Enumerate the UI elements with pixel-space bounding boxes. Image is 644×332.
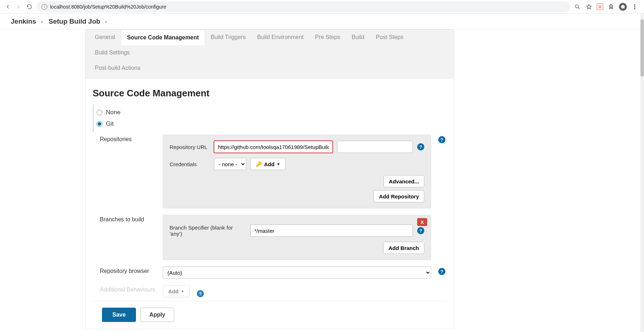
- star-icon[interactable]: [585, 3, 592, 10]
- help-icon[interactable]: ?: [438, 268, 445, 275]
- help-icon[interactable]: ?: [438, 136, 445, 143]
- add-behaviour-label: Add: [168, 288, 179, 294]
- add-behaviour-button[interactable]: Add ▼: [163, 285, 190, 297]
- radio-none[interactable]: [97, 110, 102, 115]
- tab-build[interactable]: Build: [346, 30, 370, 45]
- tab-general[interactable]: General: [89, 30, 121, 45]
- zoom-icon[interactable]: [574, 3, 581, 10]
- branches-panel: X Branch Specifier (blank for 'any') ? A…: [163, 215, 431, 260]
- tab-build-triggers[interactable]: Build Triggers: [205, 30, 252, 45]
- credentials-select[interactable]: - none -: [214, 158, 246, 170]
- add-repository-button[interactable]: Add Repository: [374, 190, 424, 202]
- tab-pre-steps[interactable]: Pre Steps: [309, 30, 346, 45]
- config-tabs: General Source Code Management Build Tri…: [86, 30, 454, 61]
- radio-none-label: None: [106, 109, 121, 116]
- advanced-button[interactable]: Advanced...: [384, 175, 424, 187]
- svg-point-1: [634, 4, 635, 5]
- page-scrollbar[interactable]: [640, 14, 644, 329]
- chevron-right-icon: ▸: [41, 19, 44, 24]
- address-bar[interactable]: i: [36, 1, 570, 12]
- credentials-label: Credentials: [170, 161, 210, 167]
- repositories-label: Repositories: [100, 135, 156, 143]
- tab-scm[interactable]: Source Code Management: [121, 30, 205, 45]
- breadcrumb-root[interactable]: Jenkins: [11, 18, 36, 25]
- extension-icon-1[interactable]: U: [597, 4, 603, 10]
- page-title: Source Code Management: [93, 88, 447, 99]
- repositories-panel: Repository URL ? Credentials - none - �: [163, 135, 431, 208]
- additional-behaviours-label: Additional Behaviours: [100, 285, 156, 293]
- radio-git-label: Git: [106, 120, 114, 127]
- url-input[interactable]: [50, 4, 565, 10]
- breadcrumb-job[interactable]: Setup Build Job: [49, 18, 101, 25]
- back-icon[interactable]: [4, 3, 11, 10]
- save-button[interactable]: Save: [102, 308, 136, 322]
- extensions-icon[interactable]: [608, 3, 615, 10]
- scm-option-git[interactable]: Git: [97, 118, 447, 130]
- repo-url-label: Repository URL: [170, 144, 210, 150]
- add-credentials-label: Add: [264, 161, 274, 167]
- repo-url-input[interactable]: [214, 141, 333, 153]
- add-branch-button[interactable]: Add Branch: [383, 242, 424, 254]
- branches-label: Branches to build: [100, 215, 156, 223]
- tab-build-environment[interactable]: Build Environment: [252, 30, 309, 45]
- reload-icon[interactable]: [26, 3, 33, 10]
- footer-actions: Save Apply: [93, 301, 447, 328]
- profile-avatar-icon[interactable]: [619, 3, 627, 11]
- svg-point-0: [575, 5, 579, 8]
- repo-browser-label: Repository browser: [100, 266, 156, 274]
- chevron-down-icon: ▼: [181, 289, 184, 293]
- repo-url-input-extra[interactable]: [337, 141, 413, 153]
- branch-specifier-input[interactable]: [250, 225, 413, 237]
- key-icon: 🔑: [256, 161, 262, 167]
- site-info-icon[interactable]: i: [42, 4, 47, 10]
- add-credentials-button[interactable]: 🔑 Add ▼: [250, 158, 286, 170]
- breadcrumb: Jenkins ▸ Setup Build Job ▸: [0, 14, 644, 29]
- help-icon[interactable]: ?: [197, 290, 204, 297]
- tab-post-steps[interactable]: Post Steps: [370, 30, 409, 45]
- chevron-down-icon: ▼: [277, 162, 280, 166]
- scrollbar-thumb[interactable]: [640, 19, 644, 77]
- kebab-menu-icon[interactable]: [631, 3, 638, 10]
- branch-specifier-label: Branch Specifier (blank for 'any'): [170, 225, 246, 237]
- tab-post-build-actions[interactable]: Post-build Actions: [89, 61, 146, 76]
- tab-build-settings[interactable]: Build Settings: [89, 45, 136, 61]
- svg-point-3: [634, 8, 635, 9]
- radio-git[interactable]: [97, 121, 102, 127]
- apply-button[interactable]: Apply: [140, 308, 174, 322]
- forward-icon[interactable]: [15, 3, 22, 10]
- scm-option-none[interactable]: None: [97, 107, 447, 118]
- svg-point-2: [634, 6, 635, 7]
- help-icon[interactable]: ?: [417, 227, 424, 234]
- delete-branch-button[interactable]: X: [417, 218, 427, 226]
- help-icon[interactable]: ?: [417, 143, 424, 150]
- chevron-right-icon: ▸: [105, 19, 108, 24]
- repo-browser-select[interactable]: (Auto): [163, 266, 431, 279]
